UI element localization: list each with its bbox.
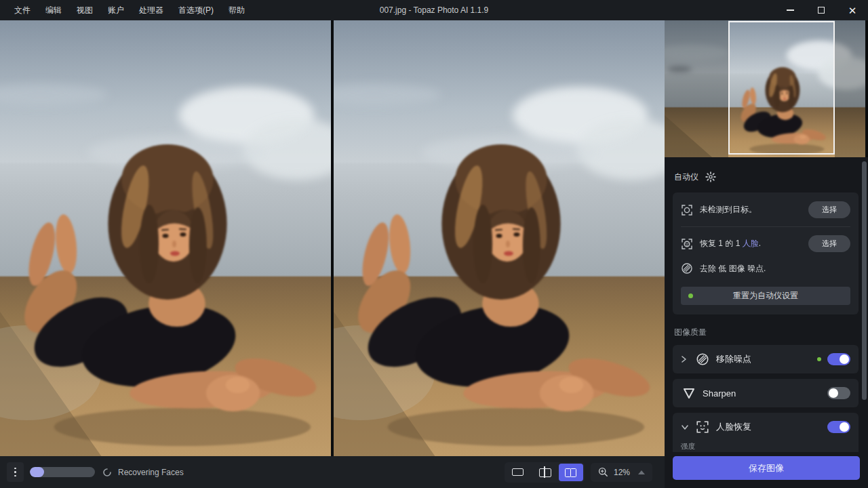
spinner-icon xyxy=(102,468,112,477)
save-area: 保存图像 xyxy=(665,452,868,488)
save-image-button[interactable]: 保存图像 xyxy=(673,456,860,480)
menu-preferences[interactable]: 首选项(P) xyxy=(171,0,221,20)
noise-removal-text: 去除 低 图像 噪点. xyxy=(700,263,766,274)
menu-view[interactable]: 视图 xyxy=(69,0,100,20)
navigation-thumbnail[interactable] xyxy=(665,20,868,157)
face-recovery-header[interactable]: 人脸恢复 xyxy=(681,420,850,434)
face-select-button[interactable]: 选择 xyxy=(808,235,850,252)
view-controls: 12% xyxy=(505,462,652,483)
face-recovery-collapse-button[interactable] xyxy=(681,424,689,430)
autopilot-card: 未检测到目标。 选择 恢复 1 的 1 人脸. 选择 xyxy=(673,192,859,314)
image-quality-title: 图像质量 xyxy=(674,327,859,338)
noise-icon xyxy=(681,262,693,274)
maximize-icon xyxy=(818,7,825,14)
split-view-icon xyxy=(538,466,551,478)
original-photo-preview xyxy=(0,20,331,456)
sharpen-toggle[interactable] xyxy=(827,387,850,399)
zoom-control[interactable]: 12% xyxy=(591,463,652,482)
minimize-icon xyxy=(787,9,794,11)
titlebar: 文件 编辑 视图 账户 处理器 首选项(P) 帮助 007.jpg - Topa… xyxy=(0,0,868,20)
view-mode-group xyxy=(505,462,585,483)
close-button[interactable]: ✕ xyxy=(837,0,868,20)
image-pane-original[interactable] xyxy=(0,20,331,456)
settings-panel: 自动仪 xyxy=(665,20,868,488)
panel-body: 自动仪 xyxy=(665,157,868,488)
face-recovery-toggle[interactable] xyxy=(827,421,850,433)
reset-autopilot-button[interactable]: 重置为自动仪设置 xyxy=(681,287,850,305)
kebab-dot xyxy=(14,468,16,470)
face-recovery-name: 人脸恢复 xyxy=(716,421,751,433)
face-detect-icon xyxy=(681,238,693,250)
autopilot-header: 自动仪 xyxy=(674,167,859,187)
menu-processor[interactable]: 处理器 xyxy=(132,0,171,20)
side-by-side-view-icon xyxy=(565,468,576,476)
subject-select-button[interactable]: 选择 xyxy=(808,201,850,218)
face-count-highlight: 人脸 xyxy=(743,239,759,248)
menu-bar: 文件 编辑 视图 账户 处理器 首选项(P) 帮助 xyxy=(0,0,252,20)
processed-photo-preview xyxy=(334,20,665,456)
chevron-right-icon xyxy=(681,355,687,363)
thumbnail-dim-left xyxy=(665,20,728,157)
autopilot-divider xyxy=(681,226,850,227)
denoise-icon xyxy=(696,352,709,366)
face-recovery-text: 恢复 1 的 1 人脸. xyxy=(700,238,761,249)
noise-removal-row: 去除 低 图像 噪点. xyxy=(681,260,850,277)
status-text: Recovering Faces xyxy=(118,468,184,477)
panel-scrollbar-thumb[interactable] xyxy=(862,161,867,400)
zoom-magnifier-icon xyxy=(598,467,608,477)
menu-help[interactable]: 帮助 xyxy=(221,0,252,20)
single-view-icon xyxy=(512,468,524,476)
denoise-autopilot-dot xyxy=(817,357,821,361)
chevron-down-icon xyxy=(681,424,689,430)
progress-fill xyxy=(30,467,44,477)
autopilot-status-dot xyxy=(688,293,693,298)
menu-edit[interactable]: 编辑 xyxy=(38,0,69,20)
window-title: 007.jpg - Topaz Photo AI 1.1.9 xyxy=(380,5,489,15)
image-pane-processed[interactable] xyxy=(334,20,665,456)
denoise-header[interactable]: 移除噪点 xyxy=(681,352,850,366)
gear-icon xyxy=(705,171,716,182)
denoise-card: 移除噪点 xyxy=(673,345,859,373)
subject-target-icon xyxy=(681,204,693,216)
close-icon: ✕ xyxy=(848,5,857,16)
maximize-button[interactable] xyxy=(806,0,837,20)
window-controls: ✕ xyxy=(774,0,868,20)
thumbnail-dim-right xyxy=(835,20,868,157)
side-by-side-view-button[interactable] xyxy=(559,464,583,481)
progress-bar xyxy=(30,467,95,477)
status-bar: Recovering Faces 12% xyxy=(0,456,665,488)
minimize-button[interactable] xyxy=(774,0,806,20)
subject-detection-text: 未检测到目标。 xyxy=(700,204,757,216)
sharpen-card: Sharpen xyxy=(673,379,859,407)
face-recovery-icon xyxy=(696,420,709,434)
denoise-name: 移除噪点 xyxy=(716,353,751,365)
menu-file[interactable]: 文件 xyxy=(7,0,38,20)
strength-label: 强度 xyxy=(681,442,850,451)
thumbnail-viewport-frame[interactable] xyxy=(728,21,835,155)
zoom-caret-icon[interactable] xyxy=(638,470,645,474)
menu-account[interactable]: 账户 xyxy=(100,0,132,20)
sharpen-icon xyxy=(682,386,696,400)
autopilot-settings-button[interactable] xyxy=(705,171,716,182)
autopilot-title: 自动仪 xyxy=(674,171,698,183)
more-options-button[interactable] xyxy=(7,462,24,482)
denoise-toggle[interactable] xyxy=(827,353,850,365)
single-view-button[interactable] xyxy=(506,464,530,481)
zoom-level: 12% xyxy=(614,468,630,477)
subject-detection-row: 未检测到目标。 选择 xyxy=(681,201,850,218)
sharpen-header[interactable]: Sharpen xyxy=(681,386,850,400)
denoise-expand-button[interactable] xyxy=(681,355,689,363)
sharpen-name: Sharpen xyxy=(703,388,736,399)
face-recovery-row: 恢复 1 的 1 人脸. 选择 xyxy=(681,235,850,252)
split-view-button[interactable] xyxy=(532,464,557,481)
